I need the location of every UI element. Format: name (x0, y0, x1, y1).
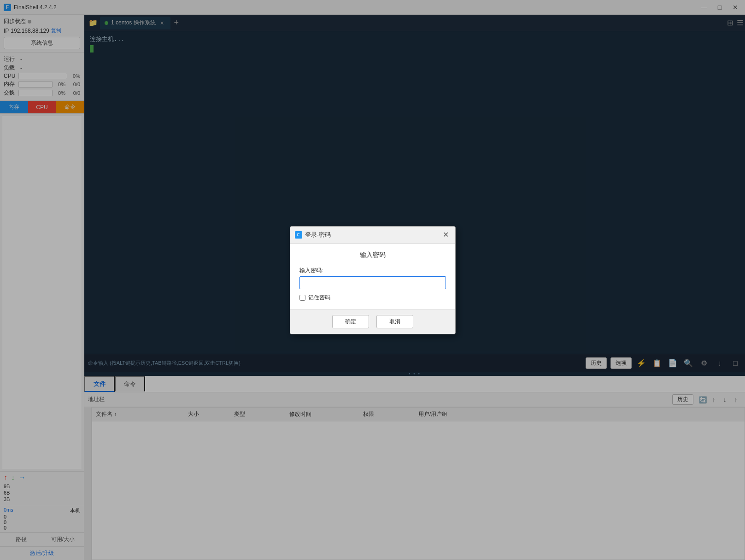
window-icon-button[interactable]: □ (729, 357, 741, 369)
ip-row: IP 192.168.88.129 复制 (4, 27, 80, 34)
folder-icon-button[interactable]: 📁 (86, 17, 100, 29)
network-arrows: ↑ ↓ → (4, 473, 80, 482)
settings-icon-button[interactable]: ⚙ (698, 357, 710, 369)
up-dir-icon-button[interactable]: ↑ (708, 394, 719, 405)
col-user[interactable]: 用户/用户组 (418, 410, 487, 418)
title-bar: F FinalShell 4.2.4.2 — □ ✕ (0, 0, 745, 15)
tab-label: 1 centos 操作系统 (111, 19, 156, 27)
options-button[interactable]: 选项 (610, 357, 632, 369)
col-perm[interactable]: 权限 (363, 410, 418, 418)
load-row: 负载 - (4, 64, 80, 72)
dialog-title-bar: F 登录-密码 ✕ (290, 227, 455, 244)
col-filename[interactable]: 文件名 ↑ (96, 410, 188, 418)
activate-button[interactable]: 激活/升级 (0, 546, 84, 560)
sidebar-bottom-tabs: 路径 可用/大小 (0, 532, 84, 546)
tab-right-icons: ⊞ ☰ (727, 18, 743, 27)
swap-row: 交换 0% 0/0 (4, 89, 80, 97)
sidebar-tab-path[interactable]: 路径 (0, 533, 42, 546)
bp-tab-file[interactable]: 文件 (84, 376, 115, 392)
tab-status-dot (105, 21, 108, 25)
run-value: - (20, 56, 22, 63)
tab-close-button[interactable]: × (158, 19, 166, 27)
net-down-value: 6B (4, 490, 10, 496)
copy-ip-button[interactable]: 复制 (51, 27, 61, 34)
terminal-connecting-text: 连接主机... (90, 35, 739, 43)
sysinfo-button[interactable]: 系统信息 (4, 37, 80, 49)
sidebar-tab-size[interactable]: 可用/大小 (42, 533, 84, 546)
net-down-row: 6B (4, 490, 80, 496)
cpu-label: CPU (4, 73, 17, 79)
clipboard-icon-button[interactable]: 📋 (651, 357, 663, 369)
remember-password-label: 记住密码 (308, 294, 330, 302)
minimize-button[interactable]: — (698, 1, 710, 13)
remember-password-checkbox[interactable] (299, 295, 305, 301)
refresh-icon-button[interactable]: 🔄 (697, 394, 708, 405)
file-panel: 文件名 ↑ 大小 类型 修改时间 (84, 407, 745, 560)
lightning-icon-button[interactable]: ⚡ (635, 357, 647, 369)
cmd-input-bar: 命令输入 (按ALT键提示历史,TAB键路径,ESC键返回,双击CTRL切换) … (84, 354, 745, 372)
dialog-confirm-button[interactable]: 确定 (332, 315, 369, 328)
search-icon-button[interactable]: 🔍 (682, 357, 694, 369)
address-text: 地址栏 (88, 396, 672, 403)
file-panel-left-gutter (84, 407, 92, 560)
download-icon-button[interactable]: ↓ (714, 357, 726, 369)
latency-value: 0ms (4, 507, 13, 514)
bp-tab-cmd[interactable]: 命令 (115, 376, 145, 392)
transfer-arrow-icon: → (18, 473, 26, 482)
dialog-body: 输入密码 输入密码: 记住密码 (290, 244, 455, 309)
cpu-value: 0% (69, 73, 80, 79)
bottom-panel-tabs: 文件 命令 (84, 376, 745, 392)
address-bar: 地址栏 历史 🔄 ↑ ↓ ↑ (84, 392, 745, 407)
terminal-cursor (90, 45, 94, 52)
net-up-row: 9B (4, 484, 80, 489)
monitor-tabs: 内存 CPU 命令 (0, 101, 84, 114)
sidebar: 同步状态 IP 192.168.88.129 复制 系统信息 运行 - 负载 -… (0, 15, 84, 560)
grid-icon[interactable]: ⊞ (727, 18, 733, 27)
monitor-tab-cpu[interactable]: CPU (28, 101, 56, 113)
ip-value: 192.168.88.129 (11, 28, 49, 34)
close-button[interactable]: ✕ (729, 1, 741, 13)
history-button[interactable]: 历史 (586, 357, 607, 369)
monitor-tab-memory[interactable]: 内存 (0, 101, 28, 113)
swap-extra: 0/0 (67, 90, 80, 96)
cpu-bar-container (18, 73, 67, 79)
run-row: 运行 - (4, 55, 80, 63)
col-type[interactable]: 类型 (234, 410, 289, 418)
dialog-cancel-button[interactable]: 取消 (376, 315, 413, 328)
dialog-icon: F (295, 231, 302, 239)
col-size[interactable]: 大小 (188, 410, 234, 418)
net-up-value: 9B (4, 484, 10, 489)
latency-vals-row-3: 0 (4, 525, 80, 531)
swap-value: 0% (54, 90, 65, 96)
latency-vals-row-2: 0 (4, 519, 80, 525)
sync-label: 同步状态 (4, 18, 26, 25)
password-input[interactable] (299, 276, 446, 289)
maximize-button[interactable]: □ (714, 1, 726, 13)
menu-icon[interactable]: ☰ (737, 18, 743, 27)
file-history-button[interactable]: 历史 (672, 394, 693, 405)
latency-local-label: 本机 (70, 507, 80, 514)
monitor-tab-cmd[interactable]: 命令 (56, 101, 84, 113)
cpu-row: CPU 0% (4, 73, 80, 79)
dialog-close-button[interactable]: ✕ (441, 230, 451, 239)
mem-value: 0% (54, 82, 65, 87)
terminal-cursor-line (90, 45, 739, 54)
upload-file-icon-button[interactable]: ↑ (730, 394, 741, 405)
latency-row: 0ms 本机 (4, 507, 80, 514)
password-dialog[interactable]: F 登录-密码 ✕ 输入密码 输入密码: 记住密码 确定 取消 (290, 226, 456, 334)
download-arrow-icon: ↓ (11, 473, 15, 482)
net-right-row: 3B (4, 496, 80, 502)
session-tab[interactable]: 1 centos 操作系统 × (100, 17, 170, 29)
remember-password-row: 记住密码 (299, 294, 446, 302)
document-icon-button[interactable]: 📄 (667, 357, 679, 369)
dialog-heading: 输入密码 (299, 251, 446, 259)
app-icon: F (4, 4, 11, 11)
add-tab-button[interactable]: + (170, 17, 182, 29)
sync-indicator (28, 20, 31, 23)
monitor-chart (2, 116, 82, 469)
col-modified[interactable]: 修改时间 (289, 410, 363, 418)
file-table-body (92, 421, 745, 560)
download-file-icon-button[interactable]: ↓ (719, 394, 730, 405)
network-values: 9B 6B 3B (4, 484, 80, 502)
file-table: 文件名 ↑ 大小 类型 修改时间 (92, 407, 745, 560)
